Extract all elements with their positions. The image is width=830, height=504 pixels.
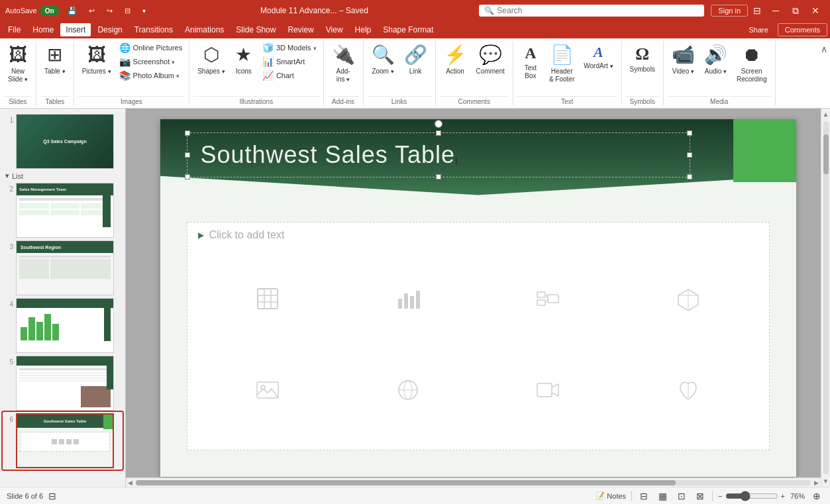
scroll-right-button[interactable]: ▶ bbox=[812, 479, 821, 486]
search-input[interactable] bbox=[497, 6, 699, 15]
text-box-button[interactable]: A TextBox bbox=[517, 41, 544, 83]
zoom-in-icon[interactable]: + bbox=[781, 492, 785, 500]
table-button[interactable]: ⊞ Table ▾ bbox=[40, 41, 70, 78]
video-button[interactable]: 📹 Video ▾ bbox=[668, 41, 699, 78]
screen-recording-button[interactable]: ⏺ ScreenRecording bbox=[733, 41, 771, 86]
handle-mr[interactable] bbox=[687, 152, 692, 158]
layout-button[interactable]: ⊟ bbox=[121, 5, 134, 17]
menu-transitions[interactable]: Transitions bbox=[129, 23, 178, 36]
scroll-up-button[interactable]: ▲ bbox=[821, 109, 830, 120]
insert-table-icon[interactable] bbox=[256, 287, 280, 316]
header-footer-button[interactable]: 📄 Header& Footer bbox=[545, 41, 578, 86]
menu-animations[interactable]: Animations bbox=[180, 23, 229, 36]
restore-button[interactable]: ⧉ bbox=[786, 1, 805, 20]
ribbon-symbols-items: Ω Symbols bbox=[626, 41, 659, 95]
handle-tr[interactable] bbox=[687, 130, 692, 136]
handle-bc[interactable] bbox=[436, 174, 441, 179]
handle-ml[interactable] bbox=[185, 152, 190, 158]
insert-picture-icon[interactable] bbox=[256, 378, 280, 407]
slide-thumbnail-4[interactable]: 4 bbox=[3, 297, 123, 354]
handle-bl[interactable] bbox=[185, 174, 190, 179]
status-bar-right: 📝 Notes ⊟ ▦ ⊡ ⊠ − + 76% ⊕ bbox=[596, 489, 823, 503]
insert-icons-icon[interactable] bbox=[676, 378, 700, 407]
slide-thumbnail-6[interactable]: 6 Southwest Sales Table bbox=[3, 412, 123, 470]
rotate-handle[interactable] bbox=[435, 120, 442, 128]
menu-review[interactable]: Review bbox=[282, 23, 319, 36]
slide-thumbnail-3[interactable]: 3 Southwest Region bbox=[3, 239, 123, 297]
normal-view-button[interactable]: ⊟ bbox=[637, 489, 650, 503]
h-scroll-thumb[interactable] bbox=[136, 480, 676, 485]
insert-video-icon[interactable] bbox=[536, 378, 560, 407]
slide-thumbnail-2[interactable]: 2 Sales Management Team bbox=[3, 181, 123, 239]
content-placeholder[interactable]: ▶ Click to add text bbox=[187, 222, 770, 450]
menu-slideshow[interactable]: Slide Show bbox=[231, 23, 281, 36]
ribbon-links-items: 🔍 Zoom ▾ 🔗 Link bbox=[368, 41, 431, 95]
action-button[interactable]: ⚡ Action bbox=[440, 41, 471, 78]
zoom-slider[interactable] bbox=[725, 491, 778, 501]
minimize-button[interactable]: ─ bbox=[766, 1, 785, 20]
comments-button[interactable]: Comments bbox=[778, 23, 827, 36]
slide-sorter-button[interactable]: ▦ bbox=[656, 489, 670, 503]
photo-album-button[interactable]: 📚 Photo Album ▾ bbox=[117, 69, 185, 82]
pictures-button[interactable]: 🖼 Pictures ▾ bbox=[78, 41, 115, 78]
icons-button[interactable]: ★ Icons bbox=[231, 41, 257, 78]
menu-view[interactable]: View bbox=[321, 23, 348, 36]
ribbon-collapse-button[interactable]: ∧ bbox=[821, 44, 827, 54]
link-button[interactable]: 🔗 Link bbox=[400, 41, 431, 78]
menu-file[interactable]: File bbox=[3, 23, 26, 36]
autosave-toggle[interactable]: On bbox=[40, 6, 60, 16]
menu-insert[interactable]: Insert bbox=[60, 23, 91, 36]
symbols-button[interactable]: Ω Symbols bbox=[626, 41, 659, 76]
add-ins-button[interactable]: 🔌 Add-ins ▾ bbox=[328, 41, 359, 86]
insert-3d-icon[interactable] bbox=[676, 287, 700, 316]
wordart-button[interactable]: A WordArt ▾ bbox=[580, 41, 617, 73]
chart-button[interactable]: 📈 Chart bbox=[260, 69, 319, 82]
zoom-button[interactable]: 🔍 Zoom ▾ bbox=[368, 41, 399, 78]
reading-view-button[interactable]: ⊡ bbox=[675, 489, 688, 503]
signin-button[interactable]: Sign in bbox=[711, 5, 748, 17]
close-button[interactable]: ✕ bbox=[806, 1, 825, 20]
handle-tc[interactable] bbox=[436, 130, 441, 136]
handle-tl[interactable] bbox=[185, 130, 190, 136]
presenter-view-button[interactable]: ⊠ bbox=[694, 489, 707, 503]
customize-button[interactable]: ▾ bbox=[138, 6, 150, 16]
undo-button[interactable]: ↩ bbox=[85, 5, 99, 17]
online-pictures-button[interactable]: 🌐 Online Pictures bbox=[117, 41, 185, 54]
scroll-left-button[interactable]: ◀ bbox=[126, 479, 134, 486]
slide-title-textbox[interactable]: Southwest Sales Table bbox=[187, 132, 690, 177]
fit-slide-button[interactable]: ⊕ bbox=[810, 489, 823, 503]
scroll-thumb[interactable] bbox=[823, 134, 829, 174]
save-button[interactable]: 💾 bbox=[64, 5, 81, 17]
zoom-out-icon[interactable]: − bbox=[718, 492, 722, 500]
slide-edit-area[interactable]: Southwest Sales Table ▶ Click to add tex… bbox=[126, 109, 830, 487]
handle-br[interactable] bbox=[687, 174, 692, 179]
bottom-scrollbar[interactable]: ◀ ▶ bbox=[126, 478, 821, 487]
screenshot-button[interactable]: 📷 Screenshot ▾ bbox=[117, 55, 185, 68]
insert-smartart-icon[interactable] bbox=[536, 287, 560, 316]
right-scrollbar[interactable]: ▲ ▼ bbox=[821, 109, 830, 487]
section-label-list[interactable]: ▾ List bbox=[3, 170, 123, 181]
share-button[interactable]: Share bbox=[741, 24, 776, 36]
search-box[interactable]: 🔍 bbox=[479, 5, 704, 17]
redo-button[interactable]: ↪ bbox=[103, 5, 117, 17]
menu-help[interactable]: Help bbox=[350, 23, 377, 36]
insert-online-picture-icon[interactable] bbox=[396, 378, 420, 407]
scroll-down-button[interactable]: ▼ bbox=[821, 476, 830, 487]
insert-chart-icon[interactable] bbox=[396, 287, 420, 316]
menu-home[interactable]: Home bbox=[27, 23, 59, 36]
ribbon-toggle-button[interactable]: ⊟ bbox=[749, 4, 765, 17]
symbols-group-label: Symbols bbox=[626, 96, 659, 105]
menu-design[interactable]: Design bbox=[92, 23, 127, 36]
comment-button[interactable]: 💬 Comment bbox=[472, 41, 509, 78]
slide-thumbnail-5[interactable]: 5 bbox=[3, 354, 123, 412]
notes-button[interactable]: 📝 Notes bbox=[596, 491, 626, 500]
smartart-button[interactable]: 📊 SmartArt bbox=[260, 55, 319, 68]
slide-canvas[interactable]: Southwest Sales Table ▶ Click to add tex… bbox=[160, 119, 796, 477]
audio-button[interactable]: 🔊 Audio ▾ bbox=[700, 41, 731, 78]
menu-shape-format[interactable]: Shape Format bbox=[378, 23, 439, 36]
new-slide-button[interactable]: 🖼 NewSlide ▾ bbox=[4, 41, 32, 86]
slide-thumbnail-1[interactable]: 1 Q3 Sales Campaign bbox=[3, 113, 123, 170]
shapes-button[interactable]: ⬡ Shapes ▾ bbox=[193, 41, 229, 78]
svg-rect-8 bbox=[416, 291, 420, 309]
3d-models-button[interactable]: 🧊 3D Models ▾ bbox=[260, 41, 319, 54]
